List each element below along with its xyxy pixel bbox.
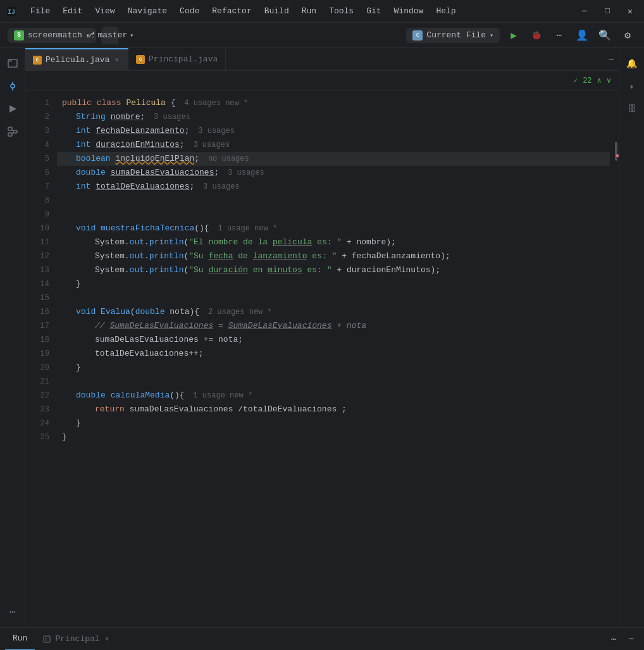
user-button[interactable]: 👤 xyxy=(573,27,591,44)
tabs-more-button[interactable]: ⋯ xyxy=(604,54,619,65)
code-content[interactable]: public class Pelicula { 4 usages new * S… xyxy=(57,91,610,627)
code-line-5: boolean incluidoEnElPlan; no usages xyxy=(57,152,610,166)
menu-file[interactable]: File xyxy=(25,4,55,18)
code-line-25: } xyxy=(57,430,610,444)
svg-rect-11 xyxy=(8,133,12,136)
menu-git[interactable]: Git xyxy=(361,4,386,18)
menu-navigate[interactable]: Navigate xyxy=(123,4,172,18)
bottom-tab-principal-close[interactable]: × xyxy=(104,634,111,644)
settings-button[interactable]: ⚙ xyxy=(619,27,636,44)
menu-run[interactable]: Run xyxy=(297,4,321,18)
code-line-12: System.out.println("Su fecha de lanzamie… xyxy=(57,249,610,263)
code-line-22: double calculaMedia(){ 1 usage new * xyxy=(57,389,610,403)
tab-principal-icon: C xyxy=(136,55,145,64)
sidebar-run-icon[interactable] xyxy=(3,99,23,119)
svg-marker-8 xyxy=(9,105,16,113)
minimize-button[interactable]: ─ xyxy=(576,3,593,20)
code-line-10: void muestraFichaTecnica(){ 1 usage new … xyxy=(57,222,610,235)
notifications-icon[interactable]: 🔔 xyxy=(622,53,642,73)
ai-icon[interactable]: ✦ xyxy=(622,76,642,96)
tab-pelicula-close[interactable]: × xyxy=(113,55,120,65)
code-line-19: totalDeEvaluaciones++; xyxy=(57,347,610,361)
menu-code[interactable]: Code xyxy=(175,4,204,18)
menu-refactor[interactable]: Refactor xyxy=(207,4,256,18)
nav-down-button[interactable]: ∨ xyxy=(607,76,611,85)
project-icon: S xyxy=(14,30,24,41)
tab-pelicula[interactable]: C Pelicula.java × xyxy=(25,48,128,71)
app-logo: IJ xyxy=(5,5,18,18)
run-config-selector[interactable]: C Current File ▾ xyxy=(406,28,500,43)
code-line-13: System.out.println("Su duración en minut… xyxy=(57,263,610,277)
editor-area: C Pelicula.java × C Principal.java ⋯ ✓ 2… xyxy=(25,48,619,627)
right-sidebar: 🔔 ✦ 🗄 xyxy=(619,48,644,627)
code-line-1: public class Pelicula { 4 usages new * xyxy=(57,96,610,110)
bottom-tab-principal-label: Principal xyxy=(55,634,99,644)
run-config-name: Current File xyxy=(426,30,486,40)
panel-minimize-button[interactable]: ─ xyxy=(624,632,639,647)
sidebar-structure-icon[interactable] xyxy=(3,122,23,142)
sidebar-project-icon[interactable] xyxy=(3,53,23,73)
debug-button[interactable]: 🐞 xyxy=(528,27,545,44)
code-line-7: int totalDeEvaluaciones; 3 usages xyxy=(57,180,610,194)
menu-window[interactable]: Window xyxy=(389,4,429,18)
menu-build[interactable]: Build xyxy=(259,4,294,18)
code-line-8 xyxy=(57,194,610,208)
code-editor: 12345 678910 1112131415 1617181920 21222… xyxy=(25,91,619,627)
tab-pelicula-label: Pelicula.java xyxy=(46,55,109,65)
svg-rect-4 xyxy=(8,59,12,62)
check-count: 22 xyxy=(583,77,591,85)
menu-help[interactable]: Help xyxy=(431,4,461,18)
bottom-tab-run-label: Run xyxy=(13,634,27,643)
bottom-tab-principal[interactable]: C Principal × xyxy=(35,628,118,651)
main-layout: ⋯ C Pelicula.java × C Principal.java ⋯ ✓… xyxy=(0,48,644,627)
project-selector[interactable]: S screenmatch ▾ xyxy=(8,28,96,43)
tab-principal[interactable]: C Principal.java xyxy=(128,48,226,71)
sidebar-git-icon[interactable] xyxy=(3,76,23,96)
code-line-2: String nombre; 3 usages xyxy=(57,110,610,124)
tab-console-icon: C xyxy=(42,635,51,644)
code-line-20: } xyxy=(57,361,610,375)
toolbar-left: S screenmatch ▾ ⎇ master ▾ xyxy=(8,27,401,44)
nav-up-button[interactable]: ∧ xyxy=(597,76,602,85)
svg-text:IJ: IJ xyxy=(8,9,15,16)
bottom-tab-actions: ⋯ ─ xyxy=(606,632,639,647)
search-everywhere-button[interactable]: 🔍 xyxy=(596,27,614,44)
breadcrumb-checks: ✓ 22 ∧ ∨ xyxy=(573,76,611,85)
editor-scrollbar[interactable] xyxy=(610,91,619,627)
check-icon: ✓ xyxy=(573,76,578,85)
code-line-4: int duracionEnMinutos; 3 usages xyxy=(57,138,610,152)
breadcrumb-bar: ✓ 22 ∧ ∨ xyxy=(25,71,619,91)
code-line-15 xyxy=(57,291,610,305)
code-line-6: double sumaDeLasEvaluaciones; 3 usages xyxy=(57,166,610,180)
code-line-11: System.out.println("El nombre de la pelí… xyxy=(57,235,610,249)
scroll-indicator xyxy=(615,142,617,161)
db-icon[interactable]: 🗄 xyxy=(622,99,642,119)
code-line-24: } xyxy=(57,416,610,430)
sidebar-more-icon[interactable]: ⋯ xyxy=(3,602,23,622)
run-button[interactable]: ▶ xyxy=(505,27,523,44)
run-config-chevron-icon: ▾ xyxy=(490,32,493,39)
menu-tools[interactable]: Tools xyxy=(324,4,359,18)
code-line-18: sumaDeLasEvaluaciones += nota; xyxy=(57,333,610,347)
menu-view[interactable]: View xyxy=(90,4,120,18)
bottom-panel: Run C Principal × ⋯ ─ ↺ ■ 📷 ⊽ ↩ ⊞ ↑ ↓ ⋯ … xyxy=(0,627,644,650)
left-sidebar: ⋯ xyxy=(0,48,25,627)
maximize-button[interactable]: □ xyxy=(598,3,616,20)
breadcrumb-empty xyxy=(33,77,37,85)
branch-icon: ⎇ xyxy=(86,30,95,40)
run-config-icon: C xyxy=(412,30,423,41)
vcs-icon[interactable]: ⎇ master ▾ xyxy=(101,27,119,44)
code-line-21 xyxy=(57,375,610,389)
bottom-tabs-bar: Run C Principal × ⋯ ─ xyxy=(0,628,644,650)
svg-point-5 xyxy=(11,84,15,88)
more-actions-button[interactable]: ⋯ xyxy=(550,27,568,44)
toolbar: S screenmatch ▾ ⎇ master ▾ C Current Fil… xyxy=(0,23,644,48)
code-line-9 xyxy=(57,208,610,222)
bottom-tab-run[interactable]: Run xyxy=(5,628,35,651)
close-button[interactable]: ✕ xyxy=(621,3,639,20)
panel-more-button[interactable]: ⋯ xyxy=(606,632,621,647)
branch-name: master xyxy=(97,30,127,40)
menu-edit[interactable]: Edit xyxy=(58,4,87,18)
code-line-14: } xyxy=(57,277,610,291)
tab-principal-label: Principal.java xyxy=(149,54,218,64)
